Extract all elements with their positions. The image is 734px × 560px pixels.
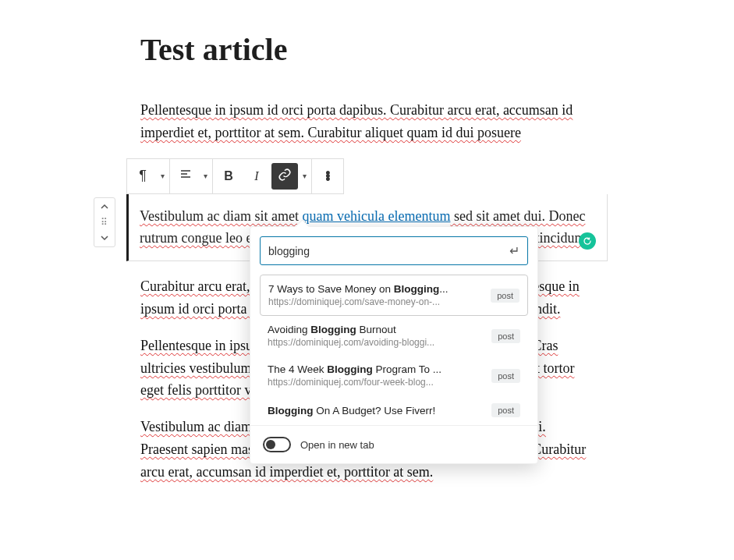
paragraph: Pellentesque in ipsum id orci porta dapi…	[140, 99, 594, 144]
link-result-title: 7 Ways to Save Money on Blogging...	[268, 283, 483, 295]
link-search-wrap: ↵	[260, 236, 528, 265]
more-options-button[interactable]: •••	[314, 159, 342, 193]
block-mover: ⠿	[94, 197, 115, 247]
link-result-badge: post	[491, 329, 520, 343]
link-results-list: 7 Ways to Save Money on Blogging...https…	[250, 275, 537, 425]
align-caret[interactable]: ▾	[200, 172, 211, 180]
return-icon[interactable]: ↵	[509, 243, 519, 258]
align-button[interactable]	[172, 159, 200, 193]
link-result[interactable]: 7 Ways to Save Money on Blogging...https…	[260, 275, 528, 316]
align-left-icon	[179, 168, 192, 184]
link-result[interactable]: The 4 Week Blogging Program To ...https:…	[260, 356, 528, 395]
link-popover: ↵ 7 Ways to Save Money on Blogging...htt…	[250, 226, 538, 464]
link-result-title: The 4 Week Blogging Program To ...	[268, 363, 484, 375]
grammarly-icon[interactable]	[579, 232, 596, 250]
link-result-badge: post	[491, 369, 520, 383]
link-icon	[278, 168, 292, 185]
block-toolbar: ¶ ▾ ▾ B I ▾	[126, 158, 344, 194]
link-result[interactable]: Avoiding Blogging Burnouthttps://dominiq…	[260, 316, 528, 356]
link-result-badge: post	[491, 403, 520, 417]
block-type-button[interactable]: ¶	[129, 159, 157, 193]
open-new-tab-toggle[interactable]	[263, 437, 291, 452]
move-up-button[interactable]	[94, 198, 115, 215]
move-down-button[interactable]	[94, 229, 115, 246]
link-button[interactable]	[271, 163, 298, 190]
link-result-url: https://dominiquej.com/four-week-blog...	[268, 377, 484, 388]
link-result-url: https://dominiquej.com/avoiding-bloggi..…	[268, 337, 484, 348]
page-title: Test article	[140, 31, 594, 68]
link-result-url: https://dominiquej.com/save-money-on-...	[268, 296, 483, 307]
more-icon: •••	[325, 172, 329, 181]
open-new-tab-label: Open in new tab	[300, 439, 374, 451]
pilcrow-icon: ¶	[139, 168, 147, 184]
link-result-title: Blogging On A Budget? Use Fiverr!	[268, 405, 484, 416]
link-result-title: Avoiding Blogging Burnout	[268, 324, 484, 335]
bold-button[interactable]: B	[215, 159, 243, 193]
text-fragment: Vestibulum ac diam sit amet	[140, 208, 302, 224]
drag-handle-icon[interactable]: ⠿	[94, 215, 115, 229]
italic-button[interactable]: I	[243, 159, 271, 193]
link-search-input[interactable]	[268, 245, 509, 257]
link-result[interactable]: Blogging On A Budget? Use Fiverr!post	[260, 395, 528, 425]
format-caret[interactable]: ▾	[299, 172, 310, 180]
link-result-badge: post	[491, 289, 519, 303]
linked-text[interactable]: quam vehicula elementum	[302, 208, 450, 224]
block-type-caret[interactable]: ▾	[157, 172, 168, 180]
popover-footer: Open in new tab	[250, 425, 537, 463]
